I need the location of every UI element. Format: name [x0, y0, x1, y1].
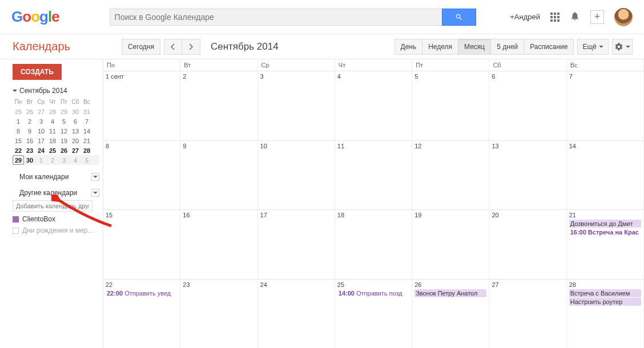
my-calendars-section: Мои календари [13, 173, 99, 181]
day-cell[interactable]: 26Звонок Петру Анатол [412, 280, 489, 349]
chevron-down-icon [13, 90, 17, 94]
plus-user-link[interactable]: +Андрей [510, 13, 540, 21]
calendar-color-chip [13, 216, 19, 222]
dow-cell: Чт [335, 59, 412, 71]
calendar-color-chip [13, 228, 19, 234]
other-calendars-toggle[interactable]: Другие календари [13, 189, 99, 197]
week-row: 891011121314 [103, 140, 644, 210]
event[interactable]: Встреча с Василием [569, 289, 641, 297]
day-cell[interactable]: 12 [412, 141, 489, 210]
prev-button[interactable] [164, 39, 182, 55]
google-logo[interactable]: Google [11, 8, 59, 26]
calendar-grid: ПнВтСрЧтПтСбВс 1 сент2345678910111213141… [103, 59, 644, 348]
dow-cell: Вс [567, 59, 644, 71]
day-cell[interactable]: 7 [567, 71, 644, 140]
day-cell[interactable]: 28Встреча с ВасилиемНастроить роутер [567, 280, 644, 349]
chevron-down-icon [626, 46, 630, 50]
dow-cell: Вт [180, 59, 257, 71]
day-cell[interactable]: 11 [335, 141, 412, 210]
other-calendars-menu[interactable] [91, 189, 99, 197]
view-agenda[interactable]: Расписание [524, 39, 574, 55]
app-brand: Календарь [13, 40, 70, 53]
today-button[interactable]: Сегодня [122, 39, 160, 55]
day-cell[interactable]: 4 [335, 71, 412, 140]
calendar-item-birthdays[interactable]: Дни рождения и мер... [13, 226, 99, 234]
create-button[interactable]: СОЗДАТЬ [13, 64, 62, 80]
add-calendar-input[interactable] [13, 200, 92, 212]
week-row: 2222:00Отправить увед23242514:00Отправит… [103, 279, 644, 349]
toolbar: Календарь Сегодня Сентябрь 2014 День Нед… [0, 34, 644, 59]
dow-cell: Ср [258, 59, 335, 71]
share-plus-button[interactable]: + [590, 10, 604, 24]
day-cell[interactable]: 5 [412, 71, 489, 140]
mini-calendar-header[interactable]: Сентябрь 2014 [13, 87, 99, 95]
week-row: 1 сент234567 [103, 71, 644, 140]
view-group: День Неделя Месяц 5 дней Расписание [395, 39, 574, 55]
day-cell[interactable]: 2222:00Отправить увед [103, 280, 180, 349]
calendar-item-clientobox[interactable]: ClientoBox [13, 215, 99, 223]
event[interactable]: Звонок Петру Анатол [414, 289, 486, 297]
my-calendars-toggle[interactable]: Мои календари [13, 173, 99, 181]
sidebar: СОЗДАТЬ Сентябрь 2014 ПнВтСрЧтПтСбВс2526… [0, 59, 103, 348]
current-range-label: Сентябрь 2014 [211, 41, 279, 52]
dow-cell: Пт [412, 59, 489, 71]
day-cell[interactable]: 19 [412, 210, 489, 279]
my-calendars-menu[interactable] [91, 173, 99, 181]
top-right: +Андрей + [510, 8, 633, 26]
day-cell[interactable]: 6 [489, 71, 566, 140]
content: СОЗДАТЬ Сентябрь 2014 ПнВтСрЧтПтСбВс2526… [0, 59, 644, 348]
day-cell[interactable]: 13 [489, 141, 566, 210]
day-cell[interactable]: 24 [258, 280, 335, 349]
search-wrap [110, 9, 476, 26]
day-cell[interactable]: 20 [489, 210, 566, 279]
event[interactable]: 22:00Отправить увед [106, 289, 178, 297]
day-of-week-header: ПнВтСрЧтПтСбВс [103, 59, 644, 71]
search-button[interactable] [442, 9, 476, 26]
day-cell[interactable]: 27 [489, 280, 566, 349]
day-cell[interactable]: 3 [258, 71, 335, 140]
mini-calendar[interactable]: ПнВтСрЧтПтСбВс25262728293031123456789101… [13, 97, 99, 165]
chevron-down-icon [13, 192, 17, 196]
next-button[interactable] [182, 39, 200, 55]
day-cell[interactable]: 2514:00Отправить позд [335, 280, 412, 349]
event[interactable]: Дозвониться до Дмит [569, 220, 641, 228]
avatar[interactable] [614, 8, 633, 26]
day-cell[interactable]: 15 [103, 210, 180, 279]
day-cell[interactable]: 10 [258, 141, 335, 210]
apps-icon[interactable] [550, 13, 560, 22]
nav-group [164, 39, 200, 55]
search-icon [455, 13, 463, 21]
chevron-down-icon [599, 46, 603, 50]
event[interactable]: Настроить роутер [569, 298, 641, 306]
dow-cell: Сб [489, 59, 566, 71]
topbar: Google +Андрей + [0, 0, 644, 34]
dow-cell: Пн [103, 59, 180, 71]
weeks-container: 1 сент23456789101112131415161718192021До… [103, 71, 644, 348]
view-5days[interactable]: 5 дней [491, 39, 524, 55]
day-cell[interactable]: 16 [180, 210, 257, 279]
other-calendars-section: Другие календари ClientoBox Дни рождения… [13, 189, 99, 234]
day-cell[interactable]: 2 [180, 71, 257, 140]
chevron-right-icon [13, 175, 17, 179]
view-month[interactable]: Месяц [458, 39, 491, 55]
day-cell[interactable]: 14 [567, 141, 644, 210]
day-cell[interactable]: 9 [180, 141, 257, 210]
notifications-icon[interactable] [570, 11, 580, 23]
search-input[interactable] [110, 9, 442, 26]
view-week[interactable]: Неделя [422, 39, 458, 55]
day-cell[interactable]: 8 [103, 141, 180, 210]
day-cell[interactable]: 18 [335, 210, 412, 279]
day-cell[interactable]: 21Дозвониться до Дмит16:00Встреча на Кра… [567, 210, 644, 279]
event[interactable]: 14:00Отправить позд [337, 289, 409, 297]
day-cell[interactable]: 17 [258, 210, 335, 279]
day-cell[interactable]: 1 сент [103, 71, 180, 140]
more-button[interactable]: Ещё [577, 39, 609, 55]
day-cell[interactable]: 23 [180, 280, 257, 349]
settings-button[interactable] [612, 39, 633, 55]
event[interactable]: 16:00Встреча на Крас [569, 228, 641, 236]
view-day[interactable]: День [395, 39, 423, 55]
week-row: 15161718192021Дозвониться до Дмит16:00Вс… [103, 209, 644, 279]
